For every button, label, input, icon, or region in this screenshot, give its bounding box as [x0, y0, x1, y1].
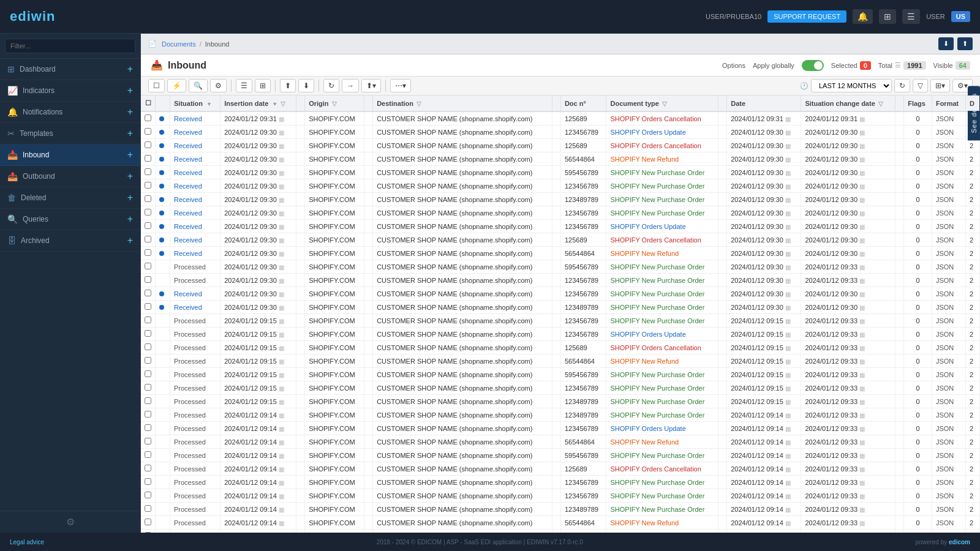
table-row[interactable]: Processed 2024/01/12 09:15 ▦ SHOPIFY.COM… — [141, 354, 980, 368]
sidebar-item-inbound[interactable]: 📥 Inbound + — [0, 144, 140, 166]
table-row[interactable]: Received 2024/01/12 09:30 ▦ SHOPIFY.COM … — [141, 152, 980, 166]
notifications-add-icon[interactable]: + — [127, 107, 133, 118]
row-checkbox[interactable] — [141, 354, 156, 368]
table-row[interactable]: Processed 2024/01/12 09:14 ▦ SHOPIFY.COM… — [141, 462, 980, 476]
row-checkbox[interactable] — [141, 395, 156, 408]
row-checkbox[interactable] — [141, 449, 156, 462]
row-checkbox[interactable] — [141, 328, 156, 341]
table-row[interactable]: Received 2024/01/12 09:30 ▦ SHOPIFY.COM … — [141, 139, 980, 152]
th-situation[interactable]: Situation ▼ — [170, 96, 221, 111]
sidebar-item-queries[interactable]: 🔍 Queries + — [0, 209, 140, 230]
row-checkbox[interactable] — [141, 206, 156, 220]
th-origin[interactable]: Origin ▽ — [305, 96, 364, 111]
sidebar-item-indicators[interactable]: 📈 Indicators + — [0, 80, 140, 102]
th-sitchange[interactable]: Situation change date ▽ — [801, 96, 895, 111]
row-checkbox[interactable] — [141, 111, 156, 126]
th-docn[interactable]: Doc n° — [560, 96, 606, 111]
archived-add-icon[interactable]: + — [127, 235, 133, 246]
th-format[interactable]: Format — [932, 96, 965, 111]
forward-button[interactable]: → — [342, 79, 359, 92]
th-destination[interactable]: Destination ▽ — [373, 96, 552, 111]
table-row[interactable]: Processed 2024/01/12 09:30 ▦ SHOPIFY.COM… — [141, 274, 980, 287]
th-date[interactable]: Date — [727, 96, 801, 111]
row-checkbox[interactable] — [141, 220, 156, 233]
table-row[interactable]: Processed 2024/01/12 09:15 ▦ SHOPIFY.COM… — [141, 381, 980, 395]
table-row[interactable]: Processed 2024/01/12 09:15 ▦ SHOPIFY.COM… — [141, 328, 980, 341]
table-row[interactable]: Processed 2024/01/12 09:14 ▦ SHOPIFY.COM… — [141, 489, 980, 503]
row-checkbox[interactable] — [141, 179, 156, 193]
table-row[interactable]: Processed 2024/01/12 09:14 ▦ SHOPIFY.COM… — [141, 476, 980, 489]
table-row[interactable]: Processed 2024/01/12 09:30 ▦ SHOPIFY.COM… — [141, 260, 980, 274]
row-checkbox[interactable] — [141, 260, 156, 274]
quick-action-button[interactable]: ⚡ — [167, 79, 186, 92]
see-details-panel[interactable]: See details — [968, 86, 980, 140]
table-row[interactable]: Received 2024/01/12 09:30 ▦ SHOPIFY.COM … — [141, 233, 980, 247]
sidebar-item-outbound[interactable]: 📤 Outbound + — [0, 166, 140, 187]
indicators-add-icon[interactable]: + — [127, 85, 133, 96]
row-checkbox[interactable] — [141, 274, 156, 287]
list-view-button[interactable]: ☰ — [236, 79, 252, 92]
table-row[interactable]: Received 2024/01/12 09:30 ▦ SHOPIFY.COM … — [141, 126, 980, 139]
table-row[interactable]: Received 2024/01/12 09:30 ▦ SHOPIFY.COM … — [141, 301, 980, 314]
templates-add-icon[interactable]: + — [127, 128, 133, 139]
table-row[interactable]: Received 2024/01/12 09:30 ▦ SHOPIFY.COM … — [141, 247, 980, 260]
table-row[interactable]: Processed 2024/01/12 09:14 ▦ SHOPIFY.COM… — [141, 422, 980, 435]
row-checkbox[interactable] — [141, 435, 156, 449]
notification-bell-button[interactable]: 🔔 — [853, 9, 873, 24]
settings2-button[interactable]: ⚙ — [210, 79, 227, 92]
th-insertion-date[interactable]: Insertion date ▼ ▽ — [221, 96, 296, 111]
refresh-button[interactable]: ↻ — [323, 79, 339, 92]
more-actions-button[interactable]: ⋯▾ — [390, 79, 411, 92]
table-row[interactable]: Processed 2024/01/12 09:15 ▦ SHOPIFY.COM… — [141, 341, 980, 354]
row-checkbox[interactable] — [141, 247, 156, 260]
menu-button[interactable]: ☰ — [902, 9, 920, 24]
row-checkbox[interactable] — [141, 408, 156, 422]
refresh2-button[interactable]: ↻ — [894, 79, 910, 92]
outbound-add-icon[interactable]: + — [127, 171, 133, 182]
legal-advice-link[interactable]: Legal advice — [10, 539, 44, 545]
row-checkbox[interactable] — [141, 381, 156, 395]
table-row[interactable]: Processed 2024/01/12 09:15 ▦ SHOPIFY.COM… — [141, 395, 980, 408]
settings-button[interactable]: ⚙ — [66, 516, 75, 528]
grid-view2-button[interactable]: ⊞ — [255, 79, 271, 92]
sidebar-item-deleted[interactable]: 🗑 Deleted + — [0, 187, 140, 209]
table-row[interactable]: Processed 2024/01/12 09:14 ▦ SHOPIFY.COM… — [141, 516, 980, 530]
th-doctype[interactable]: Document type ▽ — [606, 96, 718, 111]
row-checkbox[interactable] — [141, 126, 156, 139]
table-row[interactable]: Received 2024/01/12 09:30 ▦ SHOPIFY.COM … — [141, 166, 980, 179]
row-checkbox[interactable] — [141, 341, 156, 354]
row-checkbox[interactable] — [141, 516, 156, 530]
row-checkbox[interactable] — [141, 530, 156, 533]
sidebar-item-notifications[interactable]: 🔔 Notifications + — [0, 102, 140, 123]
toggle-switch-control[interactable] — [802, 60, 824, 71]
row-checkbox[interactable] — [141, 193, 156, 206]
select-all-button[interactable]: ☐ — [148, 79, 165, 92]
table-container[interactable]: ☐ Situation ▼ Insertion date ▼ ▽ Origin … — [141, 96, 980, 533]
row-checkbox[interactable] — [141, 152, 156, 166]
row-checkbox[interactable] — [141, 462, 156, 476]
table-row[interactable]: Processed 2024/01/12 09:14 ▦ SHOPIFY.COM… — [141, 530, 980, 533]
row-checkbox[interactable] — [141, 166, 156, 179]
sidebar-search-input[interactable] — [5, 39, 135, 53]
table-row[interactable]: Processed 2024/01/12 09:15 ▦ SHOPIFY.COM… — [141, 314, 980, 328]
col-settings-button[interactable]: ⊞▾ — [930, 79, 950, 92]
table-row[interactable]: Received 2024/01/12 09:30 ▦ SHOPIFY.COM … — [141, 179, 980, 193]
apply-globally-toggle[interactable] — [802, 60, 824, 71]
row-checkbox[interactable] — [141, 503, 156, 516]
th-checkbox[interactable]: ☐ — [141, 96, 156, 111]
expand-button[interactable]: ⬆ — [957, 37, 973, 50]
upload-button[interactable]: ⬆ — [280, 79, 296, 92]
row-checkbox[interactable] — [141, 139, 156, 152]
table-row[interactable]: Received 2024/01/12 09:30 ▦ SHOPIFY.COM … — [141, 206, 980, 220]
row-checkbox[interactable] — [141, 368, 156, 381]
table-row[interactable]: Received 2024/01/12 09:30 ▦ SHOPIFY.COM … — [141, 193, 980, 206]
support-request-button[interactable]: SUPPORT REQUEST — [767, 10, 846, 23]
row-checkbox[interactable] — [141, 301, 156, 314]
sidebar-item-dashboard[interactable]: ⊞ Dashboard + — [0, 59, 140, 80]
download2-button[interactable]: ⬇ — [298, 79, 314, 92]
table-row[interactable]: Received 2024/01/12 09:30 ▦ SHOPIFY.COM … — [141, 220, 980, 233]
row-checkbox[interactable] — [141, 422, 156, 435]
download-button[interactable]: ⬇ — [938, 37, 954, 50]
deleted-add-icon[interactable]: + — [127, 192, 133, 203]
row-checkbox[interactable] — [141, 287, 156, 301]
